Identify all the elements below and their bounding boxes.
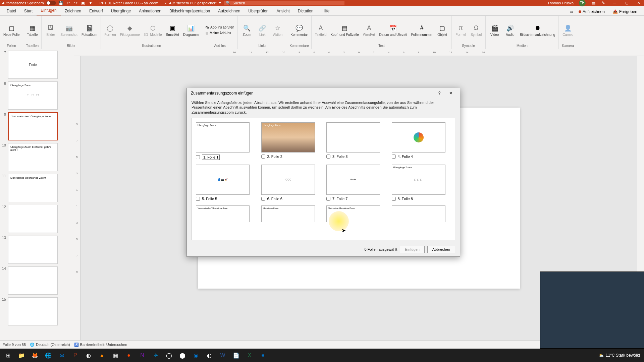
- dialog-slide-2[interactable]: Übergänge Zoom2. Folie 2: [261, 122, 321, 160]
- tab-ueberpruefen[interactable]: Überprüfen: [244, 7, 272, 15]
- tab-entwurf[interactable]: Entwurf: [85, 7, 107, 15]
- undo-icon[interactable]: ↶: [66, 1, 71, 5]
- dialog-slide-1[interactable]: Übergänge Zoom1. Folie 1: [196, 122, 255, 160]
- language[interactable]: 🌐Deutsch (Österreich): [30, 343, 70, 347]
- checkbox-6[interactable]: [261, 197, 265, 201]
- dialog-slide-grid[interactable]: Übergänge Zoom1. Folie 1 Übergänge Zoom2…: [192, 118, 455, 240]
- maximize-icon[interactable]: ▢: [623, 1, 630, 5]
- symbol-button[interactable]: ΩSymbol: [469, 23, 483, 37]
- word-icon[interactable]: W: [216, 349, 229, 362]
- dialog-slide-9[interactable]: "Automatischer" Übergänge Zoom: [196, 205, 255, 222]
- tab-ansicht[interactable]: Ansicht: [272, 7, 293, 15]
- kopfzeile-button[interactable]: ▤Kopf- und Fußzeile: [329, 23, 360, 37]
- app4-icon[interactable]: ◯: [162, 349, 176, 362]
- close-icon[interactable]: ✕: [635, 1, 642, 5]
- insert-button[interactable]: Einfügen: [400, 246, 424, 253]
- explorer-icon[interactable]: 📁: [15, 349, 28, 362]
- neue-folie-button[interactable]: ▢Neue Folie: [2, 23, 21, 37]
- freigeben-button[interactable]: 📤Freigeben: [610, 8, 640, 15]
- draw-icon[interactable]: ✎: [601, 1, 606, 5]
- slide-thumb-15[interactable]: 15: [1, 297, 72, 325]
- edge-icon[interactable]: e: [256, 349, 270, 362]
- diagramm-button[interactable]: 📊Diagramm: [182, 23, 200, 37]
- meine-addins-button[interactable]: ⊞Meine Add-Ins: [204, 31, 235, 36]
- aktion-button[interactable]: ☆Aktion: [271, 23, 285, 37]
- tab-datei[interactable]: Datei: [3, 7, 20, 15]
- powerpoint-icon[interactable]: P: [68, 349, 82, 362]
- dialog-slide-3[interactable]: 3. Folie 3: [326, 122, 386, 160]
- wordart-button[interactable]: AWordArt: [362, 23, 377, 37]
- formel-button[interactable]: πFormel: [454, 23, 468, 37]
- chrome-icon[interactable]: 🌐: [42, 349, 55, 362]
- addins-abrufen-button[interactable]: 🛍Add-Ins abrufen: [204, 25, 235, 30]
- slide-thumb-13[interactable]: 13: [1, 236, 72, 264]
- autosave-toggle[interactable]: Automatisches Speichern: [2, 1, 56, 5]
- more-icon[interactable]: ▾: [88, 1, 93, 5]
- checkbox-5[interactable]: [196, 197, 200, 201]
- piktogramme-button[interactable]: ◆Piktogramme: [119, 23, 141, 37]
- zoom-button[interactable]: 🔍Zoom: [240, 23, 254, 37]
- slide-thumb-11[interactable]: 11Mehrseitige Übergänge Zoom: [1, 174, 72, 202]
- smartart-button[interactable]: ▣SmartArt: [164, 23, 180, 37]
- screenshot-button[interactable]: 📷Screenshot: [59, 23, 79, 37]
- slide-thumb-9[interactable]: 9"Automatischer" Übergänge Zoom: [1, 112, 72, 140]
- excel-icon[interactable]: X: [243, 349, 256, 362]
- tab-animationen[interactable]: Animationen: [135, 7, 165, 15]
- weather[interactable]: ⛅11°C Stark bewölkt: [599, 353, 643, 358]
- slide-thumb-8[interactable]: 8Übergänge Zoom⬚⬚⬚: [1, 81, 72, 110]
- app7-icon[interactable]: 📄: [229, 349, 243, 362]
- accessibility[interactable]: ♿Barrierefreiheit: Untersuchen: [74, 343, 127, 347]
- objekt-button[interactable]: ▢Objekt: [435, 23, 449, 37]
- textfeld-button[interactable]: ATextfeld: [314, 23, 328, 37]
- dialog-slide-10[interactable]: Übergänge Zoom: [261, 205, 321, 222]
- vlc-icon[interactable]: ▲: [95, 349, 109, 362]
- checkbox-7[interactable]: [326, 197, 330, 201]
- fotoalbum-button[interactable]: 📓Fotoalbum: [80, 23, 99, 37]
- tab-zeichnen[interactable]: Zeichnen: [61, 7, 85, 15]
- foliennummer-button[interactable]: #Foliennummer: [410, 23, 434, 37]
- checkbox-2[interactable]: [261, 155, 265, 159]
- aufzeichnung-button[interactable]: ⏺Bildschirmaufzeichnung: [519, 23, 557, 37]
- datum-button[interactable]: 📅Datum und Uhrzeit: [378, 23, 408, 37]
- bilder-button[interactable]: 🖼Bilder: [44, 23, 58, 37]
- link-button[interactable]: 🔗Link: [255, 23, 269, 37]
- checkbox-3[interactable]: [326, 155, 330, 159]
- tab-uebergaenge[interactable]: Übergänge: [107, 7, 135, 15]
- checkbox-4[interactable]: [392, 155, 396, 159]
- tabelle-button[interactable]: ▦Tabelle: [25, 23, 39, 37]
- checkbox-1[interactable]: [196, 155, 200, 159]
- avatar[interactable]: TH: [579, 0, 586, 6]
- user-name[interactable]: Thomas Hruska: [547, 1, 574, 5]
- tab-bildschirm[interactable]: Bildschirmpräsentation: [165, 7, 214, 15]
- kommentar-button[interactable]: 💬Kommentar: [289, 23, 309, 37]
- formen-button[interactable]: ◯Formen: [103, 23, 117, 37]
- tab-start[interactable]: Start: [20, 7, 37, 15]
- dialog-slide-4[interactable]: 4. Folie 4: [392, 122, 451, 160]
- present-icon[interactable]: ▣: [81, 1, 86, 5]
- slide-thumb-7[interactable]: 7Ende: [1, 51, 72, 79]
- app5-icon[interactable]: ◉: [189, 349, 203, 362]
- app6-icon[interactable]: ◐: [203, 349, 216, 362]
- start-button[interactable]: ⊞: [1, 349, 15, 362]
- slide-panel[interactable]: 7Ende 8Übergänge Zoom⬚⬚⬚ 9"Automatischer…: [0, 49, 74, 340]
- app3-icon[interactable]: ●: [122, 349, 136, 362]
- slide-thumb-14[interactable]: 14: [1, 266, 72, 295]
- tab-aufzeichnen[interactable]: Aufzeichnen: [214, 7, 244, 15]
- firefox-icon[interactable]: 🦊: [28, 349, 42, 362]
- aufzeichnen-button[interactable]: Aufzeichnen: [576, 8, 607, 15]
- app2-icon[interactable]: ▦: [109, 349, 122, 362]
- help-button[interactable]: ?: [434, 89, 444, 97]
- dialog-slide-6[interactable]: ⬡⬡⬡6. Folie 6: [261, 165, 321, 201]
- cameo-button[interactable]: 👤Cameo: [561, 23, 575, 37]
- dialog-slide-12[interactable]: [392, 205, 451, 222]
- save-icon[interactable]: 💾: [59, 1, 63, 5]
- slide-thumb-12[interactable]: 12: [1, 205, 72, 233]
- collapse-ribbon-icon[interactable]: ▭: [570, 9, 573, 14]
- tab-dictation[interactable]: Dictation: [294, 7, 318, 15]
- audio-button[interactable]: 🔊Audio: [503, 23, 517, 37]
- dialog-slide-5[interactable]: 👤 📷 🚀5. Folie 5: [196, 165, 255, 201]
- outlook-icon[interactable]: ✉: [55, 349, 68, 362]
- slide-counter[interactable]: Folie 9 von 55: [3, 343, 26, 347]
- tab-hilfe[interactable]: Hilfe: [317, 7, 333, 15]
- telegram-icon[interactable]: ✈: [149, 349, 162, 362]
